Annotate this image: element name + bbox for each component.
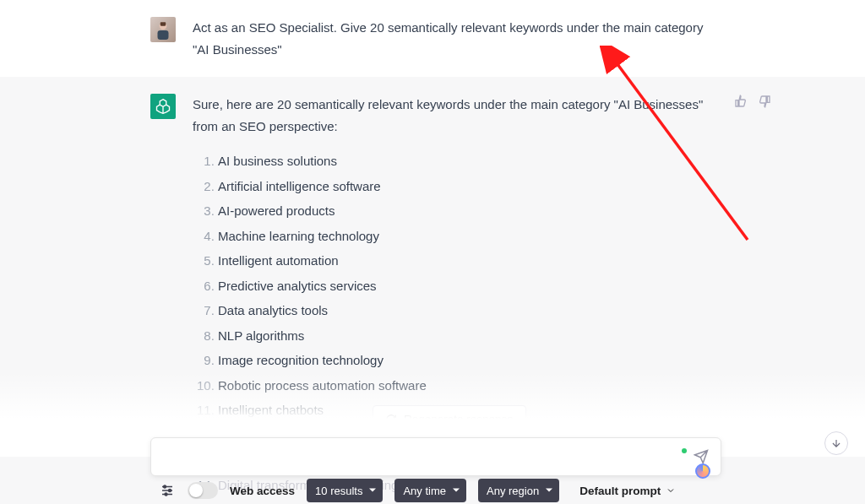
results-select[interactable]: 10 results — [307, 479, 383, 502]
ai-avatar — [150, 94, 176, 119]
thumbs-down-icon[interactable] — [757, 94, 772, 109]
refresh-icon — [385, 414, 397, 425]
web-access-toggle[interactable] — [188, 482, 218, 499]
extension-badge-icon — [695, 463, 710, 479]
send-icon — [694, 449, 709, 464]
regenerate-button[interactable]: Regenerate response — [373, 405, 526, 433]
region-select[interactable]: Any region — [478, 479, 559, 502]
svg-rect-2 — [160, 22, 166, 25]
user-message-text: Act as an SEO Specialist. Give 20 semant… — [193, 17, 716, 60]
web-access-label: Web access — [230, 485, 295, 497]
keyword-item: Predictive analytics services — [218, 274, 716, 299]
user-message-row: Act as an SEO Specialist. Give 20 semant… — [0, 0, 865, 77]
prompt-input[interactable] — [163, 450, 687, 464]
keyword-item: AI-powered products — [218, 198, 716, 224]
ai-intro-text: Sure, here are 20 semantically relevant … — [193, 94, 716, 137]
keyword-item: Artificial intelligence software — [218, 174, 716, 199]
status-indicator — [682, 448, 687, 453]
keyword-item: Intelligent automation — [218, 248, 716, 274]
keyword-item: NLP algorithms — [218, 323, 716, 349]
keyword-item: Data analytics tools — [218, 298, 716, 323]
keyword-item: Robotic process automation software — [218, 373, 716, 398]
settings-icon[interactable] — [159, 482, 176, 499]
keyword-item: Machine learning technology — [218, 224, 716, 249]
arrow-down-icon — [830, 437, 842, 449]
prompt-input-container — [150, 437, 721, 476]
time-select[interactable]: Any time — [394, 479, 466, 502]
keyword-item: Image recognition technology — [218, 348, 716, 373]
chevron-down-icon — [666, 485, 676, 496]
svg-point-5 — [165, 493, 167, 496]
scroll-to-bottom-button[interactable] — [824, 431, 848, 455]
bottom-toolbar: Web access 10 results Any time Any regio… — [159, 479, 772, 502]
thumbs-up-icon[interactable] — [733, 94, 748, 109]
svg-point-4 — [169, 490, 171, 492]
svg-rect-1 — [158, 30, 169, 40]
keyword-item: AI business solutions — [218, 149, 716, 174]
regenerate-label: Regenerate response — [404, 413, 514, 425]
default-prompt-button[interactable]: Default prompt — [579, 485, 676, 497]
user-avatar — [150, 17, 176, 42]
svg-point-3 — [164, 485, 166, 488]
